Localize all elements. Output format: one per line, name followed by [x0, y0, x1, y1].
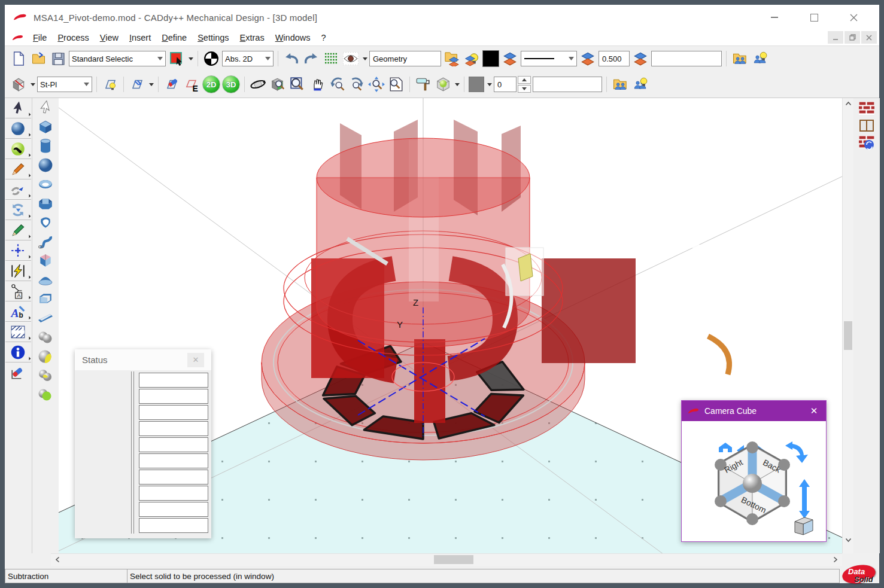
extra-field[interactable]	[651, 51, 722, 66]
viewport-canvas[interactable]: Z Y Status ✕	[59, 98, 842, 553]
mode-2d-button[interactable]: 2D	[202, 75, 220, 93]
status-field[interactable]	[139, 470, 208, 485]
status-field[interactable]	[139, 373, 208, 388]
status-field[interactable]	[139, 518, 208, 533]
window-pane-icon[interactable]	[858, 118, 876, 133]
scroll-left-arrow[interactable]	[52, 554, 63, 565]
annotation-icon[interactable]: A	[5, 281, 31, 301]
render-mode-icon[interactable]	[434, 76, 452, 93]
render-mode-dropdown[interactable]	[455, 83, 460, 86]
camera-cube-close-button[interactable]: ✕	[808, 406, 820, 416]
horizontal-scroll-thumb[interactable]	[434, 555, 473, 564]
status-field[interactable]	[139, 421, 208, 436]
maximize-button[interactable]	[807, 11, 821, 24]
paint-roller-icon[interactable]	[414, 76, 432, 93]
selection-mode-select[interactable]: Standard Selectic	[69, 51, 166, 66]
plane-edit-icon[interactable]: E	[183, 76, 201, 93]
layer-bulb-icon[interactable]	[463, 50, 481, 67]
selection-box-icon[interactable]	[168, 50, 186, 67]
undo-icon[interactable]	[282, 50, 300, 67]
spinner-up-button[interactable]	[518, 76, 531, 84]
camera-cube-titlebar[interactable]: Camera Cube ✕	[682, 401, 826, 421]
mdi-close-button[interactable]	[861, 31, 877, 44]
status-field[interactable]	[139, 389, 208, 404]
close-button[interactable]	[847, 11, 860, 24]
menu-process[interactable]: Process	[52, 32, 94, 44]
solid-torus-icon[interactable]	[32, 175, 58, 194]
menu-define[interactable]: Define	[156, 32, 192, 44]
menu-windows[interactable]: Windows	[270, 32, 316, 44]
pen-color-swatch[interactable]	[482, 50, 499, 67]
vertical-scroll-thumb[interactable]	[844, 321, 852, 350]
group-folder-icon[interactable]	[731, 50, 749, 67]
wall-icon[interactable]	[858, 100, 876, 116]
group-bulb-icon[interactable]	[631, 76, 649, 93]
scroll-down-arrow[interactable]	[843, 535, 853, 546]
grid-icon[interactable]	[322, 50, 340, 67]
layers-icon[interactable]	[579, 50, 597, 67]
solid-revolve-icon[interactable]	[32, 251, 58, 270]
menu-file[interactable]: File	[28, 32, 52, 44]
transform-rotate-icon[interactable]	[5, 199, 31, 220]
solid-sphere-icon[interactable]	[32, 156, 58, 175]
zoom-out-icon[interactable]	[328, 76, 346, 93]
mode-3d-button[interactable]: 3D	[222, 75, 240, 93]
zoom-fit-icon[interactable]	[367, 76, 385, 93]
menu-extras[interactable]: Extras	[235, 32, 270, 44]
boolean-subtract-icon[interactable]	[32, 347, 58, 366]
layer-name-field[interactable]: Geometry	[369, 51, 441, 66]
solid-extrude-icon[interactable]	[32, 213, 58, 232]
select-arrow-icon[interactable]	[5, 98, 31, 118]
status-panel-titlebar[interactable]: Status ✕	[75, 349, 211, 370]
menu-insert[interactable]: Insert	[124, 32, 156, 44]
visibility-dropdown[interactable]	[363, 57, 367, 60]
horizontal-scrollbar[interactable]	[51, 553, 842, 566]
dimension-lightning-icon[interactable]	[5, 260, 31, 281]
group-folder-icon[interactable]	[611, 76, 629, 93]
boolean-union-icon[interactable]	[32, 328, 58, 347]
pan-hand-icon[interactable]	[308, 76, 326, 93]
selection-box-dropdown[interactable]	[189, 57, 193, 60]
view-counter-field[interactable]: 0	[494, 77, 517, 92]
workplane-dropdown[interactable]	[31, 83, 35, 86]
boolean-common-icon[interactable]	[32, 385, 58, 404]
status-field[interactable]	[139, 405, 208, 420]
solid-rib-icon[interactable]	[32, 309, 58, 328]
orbit-icon[interactable]	[249, 76, 267, 93]
workplane-select[interactable]: St-Pl	[37, 77, 92, 92]
scroll-up-arrow[interactable]	[843, 98, 853, 109]
plane-bulb-icon[interactable]	[101, 76, 119, 93]
status-field[interactable]	[139, 502, 208, 517]
workplane-cube-icon[interactable]	[10, 76, 28, 93]
line-style-select[interactable]	[521, 51, 577, 66]
menu-view[interactable]: View	[95, 32, 124, 44]
wall-refresh-icon[interactable]	[858, 135, 876, 151]
zoom-window-icon[interactable]	[288, 76, 306, 93]
status-field[interactable]	[139, 453, 208, 468]
boolean-intersect-icon[interactable]	[32, 366, 58, 385]
hatch-icon[interactable]	[5, 321, 31, 342]
save-icon[interactable]	[49, 50, 67, 67]
solid-prism-icon[interactable]	[32, 194, 58, 213]
vertical-scrollbar[interactable]	[842, 98, 853, 553]
status-field[interactable]	[139, 486, 208, 501]
spinner-down-button[interactable]	[518, 85, 531, 93]
plane-eraser-icon[interactable]	[163, 76, 181, 93]
menu-help[interactable]: ?	[316, 32, 332, 44]
menu-settings[interactable]: Settings	[192, 32, 234, 44]
draw-pencil-icon[interactable]	[5, 159, 31, 179]
plane-arrows-icon[interactable]	[128, 76, 146, 93]
text-icon[interactable]: Ab	[5, 301, 31, 321]
info-icon[interactable]	[5, 342, 31, 362]
zoom-solid-icon[interactable]	[269, 76, 287, 93]
modify-wrench-icon[interactable]	[5, 138, 31, 159]
plane-arrows-dropdown[interactable]	[149, 83, 154, 86]
new-document-icon[interactable]	[10, 50, 28, 67]
solid-cylinder-icon[interactable]	[32, 136, 58, 156]
background-color-swatch[interactable]	[469, 77, 484, 92]
layer-folder-icon[interactable]	[443, 50, 461, 67]
solid-sweep-icon[interactable]	[32, 232, 58, 251]
zoom-in-icon[interactable]	[348, 76, 366, 93]
open-folder-icon[interactable]	[29, 50, 47, 67]
primitive-sphere-icon[interactable]	[5, 118, 31, 138]
